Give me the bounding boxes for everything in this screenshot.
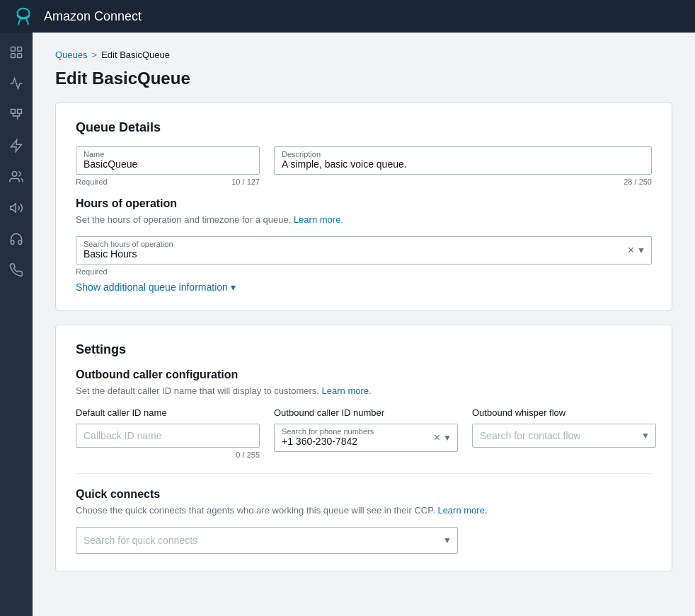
whisper-label: Outbound whisper flow (472, 407, 656, 418)
breadcrumb-parent[interactable]: Queues (55, 50, 88, 60)
callerid-field-group: Default caller ID name Callback ID name … (76, 407, 260, 459)
callerid-field-box: Callback ID name (76, 424, 260, 448)
name-field-group: Name BasicQueue Required 10 / 127 (76, 146, 260, 186)
sidebar-item-headset[interactable] (2, 225, 30, 253)
brand-name: Amazon Connect (44, 9, 142, 24)
sidebar-item-audio[interactable] (2, 194, 30, 222)
top-navigation: Amazon Connect (0, 0, 695, 33)
hours-search-label: Search hours of operation (84, 240, 602, 248)
outbound-config-title: Outbound caller configuration (76, 368, 652, 381)
outbound-number-select[interactable]: Search for phone numbers +1 360-230-7842… (274, 424, 458, 452)
breadcrumb: Queues > Edit BasicQueue (55, 50, 672, 60)
settings-card: Settings Outbound caller configuration S… (55, 325, 672, 571)
quick-connects-placeholder: Search for quick connects (84, 535, 197, 546)
outbound-number-value: +1 360-230-7842 (282, 436, 357, 447)
sidebar-item-dashboard[interactable] (2, 38, 30, 66)
hours-clear-button[interactable]: × (628, 245, 634, 256)
outbound-fields-row: Default caller ID name Callback ID name … (76, 407, 652, 459)
name-field-box: Name BasicQueue (76, 146, 260, 175)
description-field-value: A simple, basic voice queue. (282, 158, 407, 170)
sidebar-item-metrics[interactable] (2, 69, 30, 98)
svg-rect-5 (11, 54, 16, 58)
svg-rect-4 (18, 47, 22, 52)
quick-connects-learn-more-link[interactable]: Learn more. (437, 505, 487, 516)
svg-line-2 (27, 20, 28, 23)
outbound-number-clear-button[interactable]: × (434, 432, 440, 443)
whisper-dropdown-button[interactable]: ▼ (641, 431, 650, 441)
outbound-number-search-label: Search for phone numbers (282, 427, 408, 436)
settings-title: Settings (76, 342, 652, 357)
sidebar-item-routing[interactable] (2, 100, 30, 129)
sidebar-item-users[interactable] (2, 163, 30, 191)
svg-point-8 (12, 172, 17, 177)
description-field-label: Description (282, 150, 644, 158)
hours-value: Basic Hours (84, 248, 137, 260)
quick-connects-dropdown-button[interactable]: ▼ (443, 535, 452, 545)
whisper-field-group: Outbound whisper flow Search for contact… (472, 407, 656, 448)
description-count: 28 / 250 (624, 178, 652, 186)
name-description-row: Name BasicQueue Required 10 / 127 Descri… (76, 146, 652, 186)
queue-details-title: Queue Details (76, 120, 652, 135)
hours-field-group: Search hours of operation Basic Hours × … (76, 236, 652, 276)
hours-dropdown-button[interactable]: ▼ (637, 245, 645, 255)
outbound-subtitle: Set the default caller ID name that will… (76, 385, 652, 396)
name-field-label: Name (84, 150, 252, 158)
hours-learn-more-link[interactable]: Learn more. (294, 214, 343, 225)
quick-connects-subtitle: Choose the quick connects that agents wh… (76, 505, 652, 516)
svg-line-1 (18, 20, 20, 23)
description-field-box: Description A simple, basic voice queue. (274, 146, 652, 175)
breadcrumb-current: Edit BasicQueue (101, 50, 170, 60)
hours-section: Hours of operation Set the hours of oper… (76, 197, 652, 276)
outbound-number-dropdown-button[interactable]: ▼ (443, 433, 452, 443)
whisper-placeholder: Search for contact flow (480, 430, 580, 441)
sidebar-item-phone[interactable] (2, 256, 30, 284)
queue-details-card: Queue Details Name BasicQueue Required 1… (55, 103, 672, 310)
settings-divider (76, 473, 652, 474)
callerid-count: 0 / 255 (236, 451, 260, 459)
quick-connects-field-group: Search for quick connects ▼ (76, 527, 458, 554)
page-title: Edit BasicQueue (55, 69, 672, 88)
name-field-value: BasicQueue (84, 158, 137, 170)
chevron-down-icon: ▾ (231, 281, 236, 293)
sidebar-item-lightning[interactable] (2, 132, 30, 160)
description-field-group: Description A simple, basic voice queue.… (274, 146, 652, 186)
outbound-number-label: Outbound caller ID number (274, 407, 458, 418)
quick-connects-title: Quick connects (76, 488, 652, 501)
show-additional-info-button[interactable]: Show additional queue information ▾ (76, 281, 236, 293)
hours-subtitle: Set the hours of operation and timezone … (76, 214, 652, 225)
breadcrumb-separator: > (92, 50, 98, 60)
name-count: 10 / 127 (231, 178, 260, 186)
brand-logo-icon (11, 4, 35, 30)
hours-select[interactable]: Search hours of operation Basic Hours × … (76, 236, 652, 265)
quick-connects-select[interactable]: Search for quick connects ▼ (76, 527, 458, 554)
svg-point-0 (18, 8, 30, 18)
outbound-number-field-group: Outbound caller ID number Search for pho… (274, 407, 458, 452)
svg-rect-6 (18, 54, 22, 58)
sidebar (0, 33, 33, 616)
svg-marker-9 (11, 204, 16, 212)
svg-rect-3 (11, 47, 16, 52)
svg-marker-7 (11, 140, 22, 152)
callerid-label: Default caller ID name (76, 407, 260, 418)
name-required: Required (76, 178, 108, 186)
outbound-learn-more-link[interactable]: Learn more. (322, 385, 372, 396)
main-content: Queues > Edit BasicQueue Edit BasicQueue… (33, 33, 695, 616)
callerid-placeholder: Callback ID name (84, 430, 162, 441)
hours-title: Hours of operation (76, 197, 652, 210)
hours-required: Required (76, 267, 108, 276)
whisper-select[interactable]: Search for contact flow ▼ (472, 424, 656, 448)
